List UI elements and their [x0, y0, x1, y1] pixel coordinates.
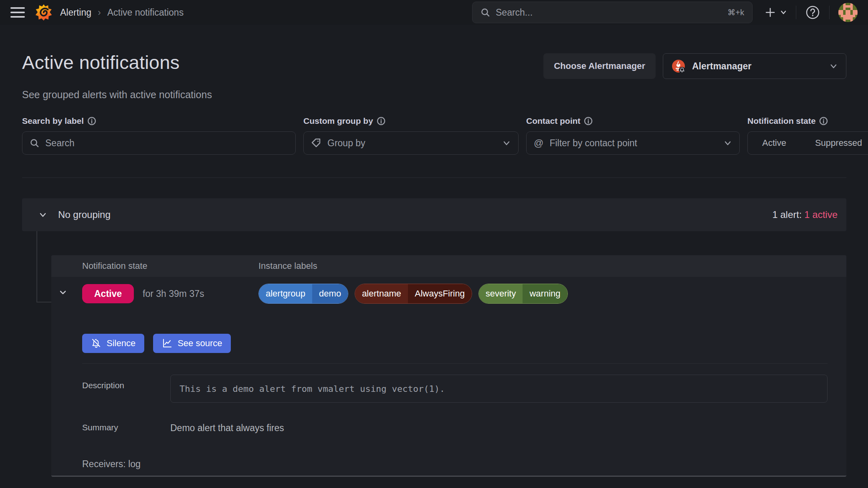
description-label: Description — [82, 381, 124, 390]
info-icon[interactable] — [819, 117, 828, 125]
top-nav: Alerting › Active notifications ⌘+k — [0, 0, 868, 25]
filter-notification-state: Notification state Active Suppressed — [747, 116, 868, 155]
state-option-active[interactable]: Active — [748, 132, 801, 154]
info-icon[interactable] — [87, 117, 96, 125]
global-search-input[interactable] — [496, 7, 727, 18]
chevron-down-icon — [829, 62, 838, 71]
see-source-button-label: See source — [178, 338, 222, 349]
search-icon — [480, 8, 490, 17]
nav-actions — [765, 3, 858, 22]
filter-custom-group-by: Custom group by Group by — [303, 116, 519, 155]
label-key: alertname — [355, 284, 408, 303]
group-title-text: No grouping — [58, 209, 111, 220]
grafana-logo-icon[interactable] — [35, 4, 52, 21]
menu-icon[interactable] — [10, 7, 25, 18]
chevron-down-icon — [38, 210, 48, 220]
group-panel-no-grouping: No grouping 1 alert: 1 active — [22, 198, 846, 231]
label-value: warning — [523, 284, 567, 303]
alert-row: Active for 3h 39m 37s alertgroupdemo ale… — [51, 284, 846, 303]
contact-point-select[interactable]: @ Filter by contact point — [526, 131, 740, 155]
tree-connector-vertical — [36, 231, 37, 302]
contact-point-placeholder: Filter by contact point — [549, 138, 723, 149]
tree-connector-elbow — [36, 302, 51, 302]
info-icon[interactable] — [377, 117, 386, 125]
label-key: severity — [479, 284, 523, 303]
alertmanager-picker[interactable]: Alertmanager — [663, 53, 846, 79]
alertmanager-controls: Choose Alertmanager Alertmanager — [543, 53, 846, 79]
choose-alertmanager-label: Choose Alertmanager — [543, 53, 656, 79]
breadcrumb-separator: › — [98, 7, 101, 18]
plus-icon — [765, 7, 776, 18]
group-by-placeholder: Group by — [327, 138, 502, 149]
group-by-select[interactable]: Group by — [303, 131, 519, 155]
filter-bar: Search by label Custom group by Group by… — [22, 116, 868, 155]
alert-actions: Silence See source — [82, 334, 231, 353]
chevron-down-icon — [59, 288, 67, 297]
state-radio-group: Active Suppressed — [747, 131, 868, 155]
label-value: demo — [312, 284, 348, 303]
filters-divider — [22, 177, 846, 178]
summary-value: Demo alert that always fires — [170, 423, 284, 434]
contact-point-text: Contact point — [526, 116, 580, 126]
alertmanager-picker-value: Alertmanager — [692, 61, 829, 72]
state-badge: Active — [82, 284, 134, 303]
breadcrumb-alerting[interactable]: Alerting — [60, 7, 91, 18]
filter-contact-point: Contact point @ Filter by contact point — [526, 116, 740, 155]
search-shortcut: ⌘+k — [727, 8, 744, 17]
label-key: alertgroup — [259, 284, 312, 303]
column-notification-state: Notification state — [51, 261, 258, 271]
label-pill-severity[interactable]: severitywarning — [478, 284, 568, 304]
notification-state-text: Notification state — [747, 116, 816, 126]
info-icon[interactable] — [584, 117, 593, 125]
receivers-text: Receivers: log — [82, 459, 141, 470]
chevron-down-icon — [780, 9, 787, 16]
alert-duration: for 3h 39m 37s — [143, 288, 204, 299]
global-search[interactable]: ⌘+k — [472, 2, 753, 23]
nav-divider — [796, 6, 796, 19]
breadcrumb: Alerting › Active notifications — [60, 7, 184, 18]
tag-icon — [311, 138, 321, 148]
label-value: AlwaysFiring — [408, 284, 472, 303]
new-menu-button[interactable] — [765, 7, 787, 18]
column-instance-labels: Instance labels — [258, 261, 317, 271]
silence-button-label: Silence — [107, 338, 135, 349]
details-divider — [82, 363, 828, 364]
at-icon: @ — [534, 137, 543, 149]
state-option-suppressed[interactable]: Suppressed — [801, 132, 868, 154]
summary-label: Summary — [82, 423, 118, 432]
page-title: Active notifications — [22, 51, 180, 73]
see-source-button[interactable]: See source — [153, 334, 231, 353]
help-button[interactable] — [805, 5, 820, 20]
user-avatar[interactable] — [838, 3, 858, 22]
chevron-down-icon — [723, 139, 732, 147]
page-subtitle: See grouped alerts with active notificat… — [22, 89, 212, 101]
prometheus-alertmanager-icon — [671, 59, 686, 73]
row-expand-toggle[interactable] — [59, 288, 67, 298]
nav-divider — [829, 6, 830, 19]
label-pill-alertgroup[interactable]: alertgroupdemo — [258, 284, 348, 304]
alert-card: Notification state Instance labels Activ… — [51, 255, 846, 477]
instance-labels: alertgroupdemo alertnameAlwaysFiring sev… — [258, 284, 568, 304]
custom-group-by-text: Custom group by — [303, 116, 373, 126]
chart-line-icon — [162, 338, 172, 349]
help-icon — [805, 5, 820, 20]
alert-count-text: 1 alert: — [772, 209, 804, 220]
bell-slash-icon — [91, 338, 101, 349]
breadcrumb-current: Active notifications — [107, 7, 184, 18]
filter-search-by-label: Search by label — [22, 116, 296, 155]
label-search-input[interactable] — [45, 138, 288, 149]
group-alert-stats: 1 alert: 1 active — [772, 209, 838, 220]
search-by-label-text: Search by label — [22, 116, 84, 126]
silence-button[interactable]: Silence — [82, 334, 144, 353]
chevron-down-icon — [502, 139, 511, 147]
active-count-text: 1 active — [804, 209, 838, 220]
description-value: This is a demo alert from vmalert using … — [170, 375, 828, 403]
search-icon — [30, 138, 39, 148]
group-collapse-toggle[interactable]: No grouping — [38, 209, 111, 220]
active-notifications-page: Alerting › Active notifications ⌘+k — [0, 0, 868, 488]
label-pill-alertname[interactable]: alertnameAlwaysFiring — [355, 284, 472, 304]
alert-table-header: Notification state Instance labels — [51, 255, 846, 277]
